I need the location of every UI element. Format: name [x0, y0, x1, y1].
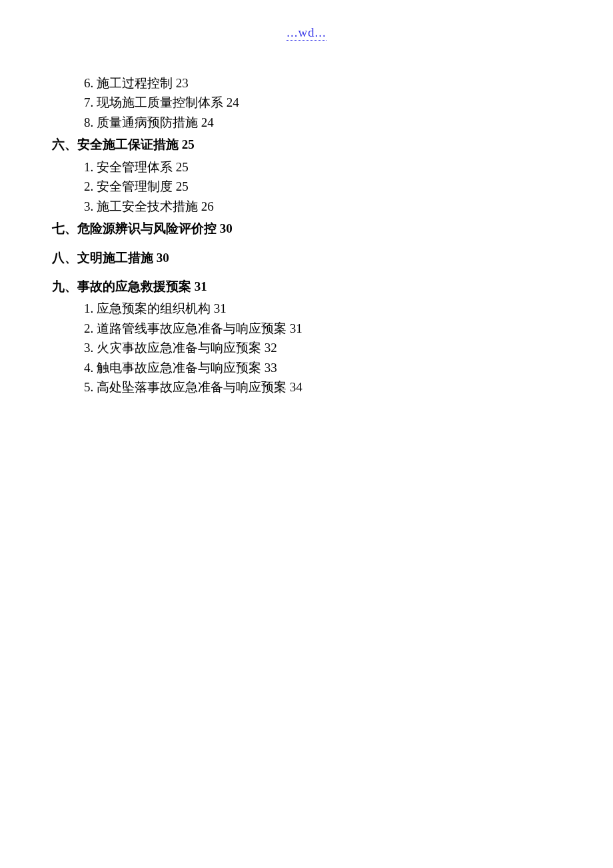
- toc-sub-item: 2. 道路管线事故应急准备与响应预案 31: [84, 319, 561, 338]
- toc-sub-item: 1. 安全管理体系 25: [84, 157, 561, 177]
- toc-sub-item: 3. 火灾事故应急准备与响应预案 32: [84, 338, 561, 357]
- toc-sub-item: 4. 触电事故应急准备与响应预案 33: [84, 358, 561, 377]
- header-link[interactable]: ...wd...: [287, 25, 326, 41]
- toc-sub-item: 1. 应急预案的组织机构 31: [84, 299, 561, 318]
- toc-section-heading: 六、安全施工保证措施 25: [52, 135, 561, 154]
- toc-section-heading: 七、危险源辨识与风险评价控 30: [52, 219, 561, 238]
- toc-sub-item: 2. 安全管理制度 25: [84, 177, 561, 196]
- page-header: ...wd...: [0, 25, 613, 40]
- toc-section-heading: 八、文明施工措施 30: [52, 248, 561, 267]
- toc-sub-item: 5. 高处坠落事故应急准备与响应预案 34: [84, 377, 561, 397]
- toc-section-heading: 九、事故的应急救援预案 31: [52, 277, 561, 296]
- toc-sub-item: 3. 施工安全技术措施 26: [84, 197, 561, 216]
- table-of-contents: 6. 施工过程控制 23 7. 现场施工质量控制体系 24 8. 质量通病预防措…: [52, 73, 561, 397]
- toc-sub-item: 8. 质量通病预防措施 24: [84, 113, 561, 132]
- toc-sub-item: 6. 施工过程控制 23: [84, 73, 561, 93]
- toc-sub-item: 7. 现场施工质量控制体系 24: [84, 93, 561, 112]
